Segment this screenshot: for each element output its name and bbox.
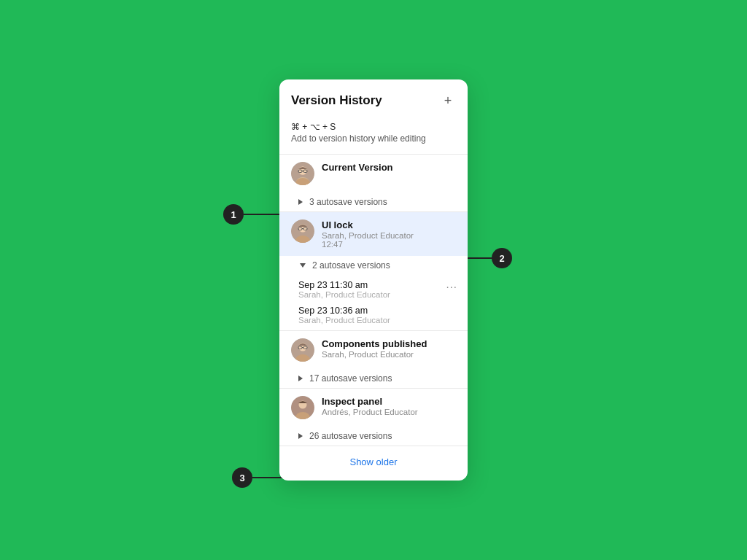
version-item-uilock[interactable]: UI lock Sarah, Product Educator 12:47: [279, 212, 468, 256]
autosave-row-current[interactable]: 3 autosave versions: [279, 192, 468, 211]
avatar-components: [291, 338, 314, 362]
annotation-2: 2: [492, 248, 512, 268]
close-button[interactable]: +: [440, 93, 456, 109]
version-time-uilock: 12:47: [322, 240, 456, 249]
sub-date-1: Sep 23 11:30 am: [298, 280, 456, 290]
shortcut-key: ⌘ + ⌥ + S: [291, 122, 456, 132]
annotation-3: 3: [232, 467, 252, 488]
autosave-sub-item-1[interactable]: Sep 23 11:30 am Sarah, Product Educator …: [279, 275, 468, 300]
version-item-components[interactable]: Components published Sarah, Product Educ…: [279, 331, 468, 369]
autosave-row-inspect[interactable]: 26 autosave versions: [279, 427, 468, 446]
version-author-uilock: Sarah, Product Educator: [322, 231, 456, 240]
autosave-label-current: 3 autosave versions: [309, 197, 387, 207]
autosave-label-inspect: 26 autosave versions: [309, 431, 392, 441]
version-info-current: Current Version: [322, 162, 456, 173]
autosave-row-components[interactable]: 17 autosave versions: [279, 369, 468, 388]
expand-icon-current: [298, 199, 303, 205]
version-info-inspect: Inspect panel Andrés, Product Educator: [322, 396, 456, 416]
show-older-button[interactable]: Show older: [349, 456, 397, 467]
collapse-icon-uilock: [300, 263, 306, 268]
autosave-label-components: 17 autosave versions: [309, 373, 392, 384]
version-item-inspect[interactable]: Inspect panel Andrés, Product Educator: [279, 389, 468, 427]
panel-title: Version History: [291, 93, 382, 108]
avatar-inspect: [291, 396, 314, 419]
version-name-inspect: Inspect panel: [322, 396, 456, 407]
version-author-components: Sarah, Product Educator: [322, 350, 456, 359]
version-name-current: Current Version: [322, 162, 456, 173]
version-item-current[interactable]: Current Version: [279, 155, 468, 192]
version-info-components: Components published Sarah, Product Educ…: [322, 338, 456, 359]
version-info-uilock: UI lock Sarah, Product Educator 12:47: [322, 219, 456, 249]
version-list: Current Version 3 autosave versions: [279, 155, 468, 481]
autosave-label-uilock: 2 autosave versions: [312, 260, 390, 271]
shortcut-description: Add to version history while editing: [291, 133, 456, 144]
show-older-row: Show older: [279, 446, 468, 481]
panel-header: Version History +: [279, 79, 468, 116]
version-name-uilock: UI lock: [322, 219, 456, 230]
sub-author-2: Sarah, Product Educator: [298, 316, 456, 324]
version-history-panel: Version History + ⌘ + ⌥ + S Add to versi…: [279, 79, 468, 481]
shortcut-section: ⌘ + ⌥ + S Add to version history while e…: [279, 116, 468, 154]
avatar-current: [291, 162, 314, 185]
annotation-line-1: [244, 214, 284, 215]
version-author-inspect: Andrés, Product Educator: [322, 408, 456, 416]
annotation-1: 1: [223, 204, 244, 225]
sub-date-2: Sep 23 10:36 am: [298, 306, 456, 316]
more-options-button-1[interactable]: ···: [446, 280, 457, 292]
version-name-components: Components published: [322, 338, 456, 349]
autosave-sub-item-2[interactable]: Sep 23 10:36 am Sarah, Product Educator: [279, 300, 468, 330]
sub-author-1: Sarah, Product Educator: [298, 290, 456, 299]
expand-icon-components: [298, 376, 303, 381]
expand-icon-inspect: [298, 433, 303, 439]
autosave-row-uilock[interactable]: 2 autosave versions: [279, 256, 468, 275]
avatar-uilock: [291, 219, 314, 243]
